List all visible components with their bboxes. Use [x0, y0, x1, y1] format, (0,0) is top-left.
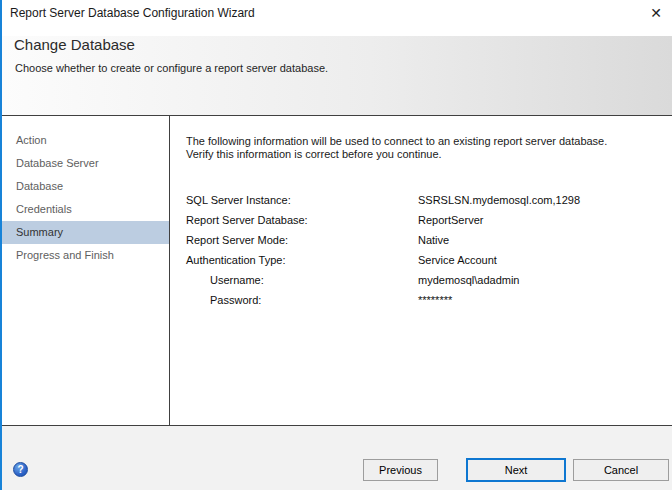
previous-button[interactable]: Previous	[363, 459, 438, 481]
field-value: SSRSLSN.mydemosql.com,1298	[418, 194, 580, 206]
sidebar-item-database-server[interactable]: Database Server	[2, 152, 169, 175]
field-label: Authentication Type:	[186, 254, 418, 266]
sidebar-item-database[interactable]: Database	[2, 175, 169, 198]
field-value: Native	[418, 234, 449, 246]
summary-fields: SQL Server Instance: SSRSLSN.mydemosql.c…	[186, 194, 664, 306]
wizard-window: Report Server Database Configuration Wiz…	[0, 0, 672, 490]
intro-line-1: The following information will be used t…	[186, 135, 664, 148]
field-label: Password:	[186, 294, 418, 306]
button-bar: ? Previous Next Cancel	[2, 425, 672, 490]
field-report-server-mode: Report Server Mode: Native	[186, 234, 664, 246]
cancel-button[interactable]: Cancel	[573, 459, 669, 481]
field-value: ReportServer	[418, 214, 483, 226]
wizard-body: Action Database Server Database Credenti…	[2, 116, 672, 435]
field-username: Username: mydemosql\adadmin	[186, 274, 664, 286]
window-title: Report Server Database Configuration Wiz…	[10, 0, 255, 26]
sidebar-item-action[interactable]: Action	[2, 129, 169, 152]
field-authentication-type: Authentication Type: Service Account	[186, 254, 664, 266]
close-icon[interactable]: ✕	[644, 2, 668, 24]
field-label: SQL Server Instance:	[186, 194, 418, 206]
title-bar: Report Server Database Configuration Wiz…	[2, 0, 672, 26]
page-title: Change Database	[14, 36, 672, 53]
field-value: Service Account	[418, 254, 497, 266]
help-icon[interactable]: ?	[13, 462, 28, 477]
field-value: ********	[418, 294, 452, 306]
sidebar-item-credentials[interactable]: Credentials	[2, 198, 169, 221]
field-report-server-database: Report Server Database: ReportServer	[186, 214, 664, 226]
field-label: Report Server Database:	[186, 214, 418, 226]
summary-content: The following information will be used t…	[170, 116, 672, 435]
field-password: Password: ********	[186, 294, 664, 306]
sidebar-item-summary[interactable]: Summary	[2, 221, 169, 244]
intro-line-2: Verify this information is correct befor…	[186, 148, 664, 161]
field-value: mydemosql\adadmin	[418, 274, 520, 286]
sidebar-item-progress-and-finish[interactable]: Progress and Finish	[2, 244, 169, 267]
field-label: Report Server Mode:	[186, 234, 418, 246]
page-subtitle: Choose whether to create or configure a …	[15, 62, 672, 74]
field-label: Username:	[186, 274, 418, 286]
intro-text: The following information will be used t…	[186, 135, 664, 161]
field-sql-server-instance: SQL Server Instance: SSRSLSN.mydemosql.c…	[186, 194, 664, 206]
wizard-header: Change Database Choose whether to create…	[2, 36, 672, 116]
step-sidebar: Action Database Server Database Credenti…	[2, 116, 170, 435]
next-button[interactable]: Next	[466, 458, 566, 482]
